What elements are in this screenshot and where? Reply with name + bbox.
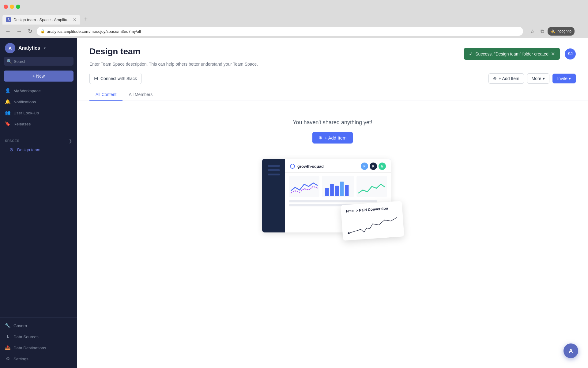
browser-tab-bar: A Design team - Space - Amplitu... ✕ + (0, 13, 588, 25)
address-bar[interactable]: 🔒 analytics.amplitude.com/moodjoy/space/… (37, 27, 523, 36)
more-label: More (532, 76, 541, 81)
svg-rect-3 (340, 182, 344, 196)
new-button[interactable]: + New (4, 71, 74, 82)
spaces-expand-icon[interactable]: ❯ (69, 138, 72, 143)
settings-icon: ⚙ (5, 356, 10, 362)
add-item-plus-icon: ⊕ (493, 76, 497, 81)
tab-all-content[interactable]: All Content (89, 89, 123, 101)
spaces-section-label: SPACES (5, 139, 19, 143)
sidebar-label-data-destinations: Data Destinations (13, 346, 46, 350)
tab-close-button[interactable]: ✕ (73, 17, 77, 22)
illus-avatars: P K E (361, 163, 386, 170)
sidebar-item-data-destinations[interactable]: 📤 Data Destinations (0, 342, 77, 353)
forward-button[interactable]: → (15, 27, 23, 36)
sidebar-item-my-workspace[interactable]: 👤 My Workspace (0, 85, 77, 96)
browser-chrome: A Design team - Space - Amplitu... ✕ + ←… (0, 0, 588, 38)
empty-state: You haven't shared anything yet! ⊕ + Add… (89, 113, 576, 239)
add-item-button[interactable]: ⊕ + Add Item (488, 73, 524, 84)
illus-growth-squad-label: growth-squad (297, 164, 324, 169)
more-button[interactable]: More ▾ (527, 73, 549, 84)
sidebar-item-data-sources[interactable]: ⬇ Data Sources (0, 331, 77, 342)
tab-all-members-label: All Members (129, 92, 153, 97)
illus-area-chart (356, 176, 387, 197)
browser-tab[interactable]: A Design team - Space - Amplitu... ✕ (2, 15, 80, 25)
lock-icon: 🔒 (40, 29, 45, 33)
bell-icon: 🔔 (5, 99, 10, 105)
content-area: You haven't shared anything yet! ⊕ + Add… (77, 101, 588, 368)
releases-icon: 🔖 (5, 121, 10, 127)
tab-all-members[interactable]: All Members (123, 89, 159, 101)
avatar: SJ (565, 48, 576, 59)
illus-logo-circle (290, 164, 295, 169)
sidebar: A Analytics ▾ 🔍 + New 👤 My Workspace 🔔 N… (0, 38, 77, 368)
title-area: Design team (89, 47, 141, 56)
illus-header-left: growth-squad (290, 164, 324, 169)
invite-chevron-icon: ▾ (569, 76, 571, 81)
govern-icon: 🔧 (5, 323, 10, 328)
minimize-dot[interactable] (10, 5, 14, 9)
more-chevron-icon: ▾ (543, 76, 545, 81)
upload-icon: 📤 (5, 345, 10, 351)
new-tab-button[interactable]: + (81, 16, 90, 23)
main-content: Design team ✓ Success. "Design team" fol… (77, 38, 588, 368)
logo-icon: A (5, 43, 15, 53)
bookmark-button[interactable]: ☆ (528, 27, 537, 36)
empty-state-message: You haven't shared anything yet! (293, 119, 372, 126)
illus-sidebar-line2 (268, 169, 280, 171)
illus-avatar-e: E (379, 163, 386, 170)
add-item-large-label: + Add Item (324, 135, 346, 140)
search-input[interactable] (14, 59, 70, 64)
illus-sidebar-line3 (268, 174, 280, 175)
svg-rect-4 (345, 185, 349, 196)
page-title: Design team (89, 47, 141, 56)
download-icon: ⬇ (5, 334, 10, 339)
browser-addressbar: ← → ↻ 🔒 analytics.amplitude.com/moodjoy/… (0, 25, 588, 38)
connect-slack-button[interactable]: ⊞ Connect with Slack (89, 73, 141, 84)
success-close-button[interactable]: ✕ (551, 51, 555, 57)
sidebar-label-notifications: Notifications (13, 100, 36, 104)
sidebar-item-design-team[interactable]: ⊙ Design team (0, 144, 77, 155)
sidebar-item-user-lookup[interactable]: 👥 User Look-Up (0, 107, 77, 118)
sidebar-search[interactable]: 🔍 (4, 57, 74, 66)
sidebar-label-data-sources: Data Sources (13, 335, 39, 339)
sidebar-label-settings: Settings (13, 357, 28, 361)
spaces-icon: ⊙ (9, 147, 14, 152)
person-icon: 👤 (5, 88, 10, 94)
illustration: growth-squad P K E (262, 159, 403, 239)
illus-card-title: Free -> Paid Conversion (346, 205, 398, 213)
fab-icon: A (569, 348, 573, 354)
illus-dark-sidebar (262, 159, 285, 232)
main-header: Design team ✓ Success. "Design team" fol… (77, 38, 588, 101)
sidebar-item-settings[interactable]: ⚙ Settings (0, 353, 77, 364)
browser-actions: ☆ ⧉ 🕵 Incognito ⋮ (528, 27, 584, 36)
amplitude-fab[interactable]: A (564, 343, 578, 358)
menu-button[interactable]: ⋮ (576, 27, 584, 36)
sidebar-item-govern[interactable]: 🔧 Govern (0, 320, 77, 331)
reload-button[interactable]: ↻ (26, 27, 34, 36)
invite-button[interactable]: Invite ▾ (552, 74, 576, 83)
close-dot[interactable] (4, 5, 8, 9)
sidebar-item-releases[interactable]: 🔖 Releases (0, 118, 77, 129)
maximize-dot[interactable] (16, 5, 20, 9)
illus-charts-row (285, 173, 391, 200)
header-actions-right: ⊕ + Add Item More ▾ Invite ▾ (488, 73, 576, 84)
extension-button[interactable]: ⧉ (538, 27, 546, 36)
sidebar-logo[interactable]: A Analytics ▾ (0, 38, 77, 57)
illus-bar-chart (322, 176, 354, 197)
illus-avatar-p: P (361, 163, 368, 170)
illus-text-line1 (289, 200, 377, 202)
back-button[interactable]: ← (4, 27, 12, 36)
incognito-icon: 🕵 (551, 29, 555, 33)
sidebar-bottom: 🔧 Govern ⬇ Data Sources 📤 Data Destinati… (0, 317, 77, 368)
sidebar-label-design-team: Design team (17, 148, 40, 152)
sidebar-item-notifications[interactable]: 🔔 Notifications (0, 96, 77, 107)
header-actions: ⊞ Connect with Slack ⊕ + Add Item More ▾… (89, 73, 576, 89)
svg-rect-0 (325, 188, 329, 196)
app-layout: A Analytics ▾ 🔍 + New 👤 My Workspace 🔔 N… (0, 38, 588, 368)
add-item-large-button[interactable]: ⊕ + Add Item (312, 132, 352, 144)
illus-line-chart (289, 176, 319, 197)
sidebar-label-my-workspace: My Workspace (13, 89, 41, 93)
illus-avatar-k: K (370, 163, 377, 170)
tab-all-content-label: All Content (96, 92, 116, 97)
illustration-floating-card: Free -> Paid Conversion (341, 201, 404, 241)
